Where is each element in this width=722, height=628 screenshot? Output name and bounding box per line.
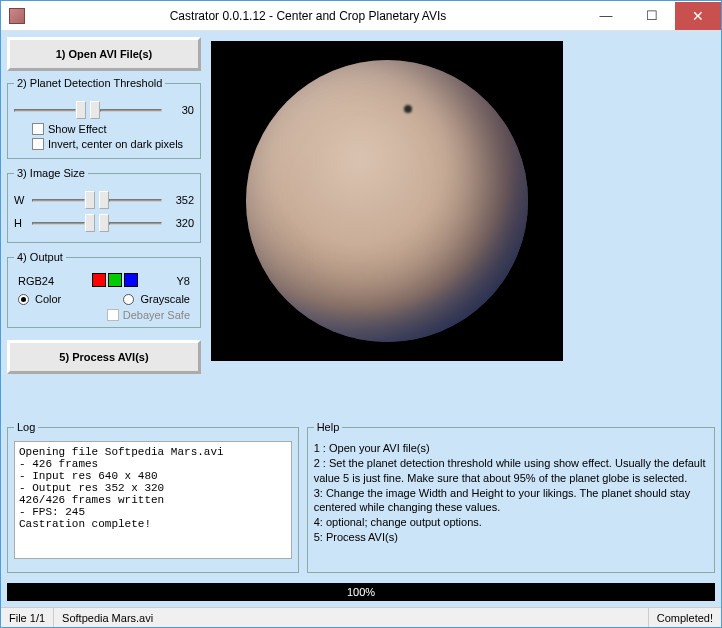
minimize-button[interactable]: —: [583, 2, 629, 30]
rgb24-label: RGB24: [18, 275, 54, 287]
log-group: Log Opening file Softpedia Mars.avi - 42…: [7, 421, 299, 573]
help-group: Help 1 : Open your AVI file(s) 2 : Set t…: [307, 421, 715, 573]
help-legend: Help: [314, 421, 343, 433]
color-radio-label: Color: [35, 293, 117, 305]
threshold-legend: 2) Planet Detection Threshold: [14, 77, 165, 89]
help-line-5: 5: Process AVI(s): [314, 530, 708, 545]
y8-label: Y8: [177, 275, 190, 287]
output-legend: 4) Output: [14, 251, 66, 263]
open-avi-button[interactable]: 1) Open AVI File(s): [7, 37, 201, 71]
color-swatches: [91, 273, 139, 289]
threshold-value: 30: [166, 104, 194, 116]
grayscale-radio-label: Grayscale: [140, 293, 190, 305]
threshold-slider-coarse[interactable]: [14, 100, 86, 120]
swatch-red-icon: [92, 273, 106, 287]
height-value: 320: [166, 217, 194, 229]
status-bar: File 1/1 Softpedia Mars.avi Completed!: [1, 607, 721, 627]
titlebar: Castrator 0.0.1.12 - Center and Crop Pla…: [1, 1, 721, 31]
height-label: H: [14, 217, 28, 229]
help-line-1: 1 : Open your AVI file(s): [314, 441, 708, 456]
output-group: 4) Output RGB24 Y8 Color Grayscale De: [7, 251, 201, 328]
progress-bar: 100%: [7, 583, 715, 601]
debayer-label: Debayer Safe: [123, 309, 190, 321]
open-avi-label: 1) Open AVI File(s): [56, 48, 153, 60]
close-button[interactable]: ✕: [675, 2, 721, 30]
threshold-slider-fine[interactable]: [90, 100, 162, 120]
log-text: Opening file Softpedia Mars.avi - 426 fr…: [14, 441, 292, 559]
help-line-3: 3: Change the image Width and Height to …: [314, 486, 708, 516]
invert-checkbox[interactable]: [32, 138, 44, 150]
image-size-group: 3) Image Size W 352 H 320: [7, 167, 201, 243]
controls-column: 1) Open AVI File(s) 2) Planet Detection …: [7, 37, 201, 415]
help-line-4: 4: optional; change output options.: [314, 515, 708, 530]
preview-viewport: [211, 41, 563, 361]
window-controls: — ☐ ✕: [583, 2, 721, 30]
process-avi-label: 5) Process AVI(s): [59, 351, 148, 363]
grayscale-radio[interactable]: [123, 294, 134, 305]
width-slider-coarse[interactable]: [32, 190, 95, 210]
width-slider-fine[interactable]: [99, 190, 162, 210]
height-slider-coarse[interactable]: [32, 213, 95, 233]
client-area: 1) Open AVI File(s) 2) Planet Detection …: [1, 31, 721, 607]
help-text: 1 : Open your AVI file(s) 2 : Set the pl…: [314, 441, 708, 545]
color-radio[interactable]: [18, 294, 29, 305]
width-value: 352: [166, 194, 194, 206]
width-label: W: [14, 194, 28, 206]
debayer-checkbox: [107, 309, 119, 321]
status-state: Completed!: [649, 608, 721, 627]
process-avi-button[interactable]: 5) Process AVI(s): [7, 340, 201, 374]
status-file-count: File 1/1: [1, 608, 54, 627]
invert-label: Invert, center on dark pixels: [48, 138, 183, 150]
preview-column: [201, 37, 715, 415]
threshold-group: 2) Planet Detection Threshold 30 Show Ef…: [7, 77, 201, 159]
image-size-legend: 3) Image Size: [14, 167, 88, 179]
show-effect-label: Show Effect: [48, 123, 107, 135]
app-icon: [9, 8, 25, 24]
maximize-button[interactable]: ☐: [629, 2, 675, 30]
swatch-blue-icon: [124, 273, 138, 287]
status-filename: Softpedia Mars.avi: [54, 608, 649, 627]
planet-feature-spot: [404, 105, 412, 113]
height-slider-fine[interactable]: [99, 213, 162, 233]
show-effect-checkbox[interactable]: [32, 123, 44, 135]
swatch-green-icon: [108, 273, 122, 287]
progress-text: 100%: [347, 586, 375, 598]
help-line-2: 2 : Set the planet detection threshold w…: [314, 456, 708, 486]
planet-image: [246, 60, 528, 342]
window-title: Castrator 0.0.1.12 - Center and Crop Pla…: [33, 9, 583, 23]
log-legend: Log: [14, 421, 38, 433]
